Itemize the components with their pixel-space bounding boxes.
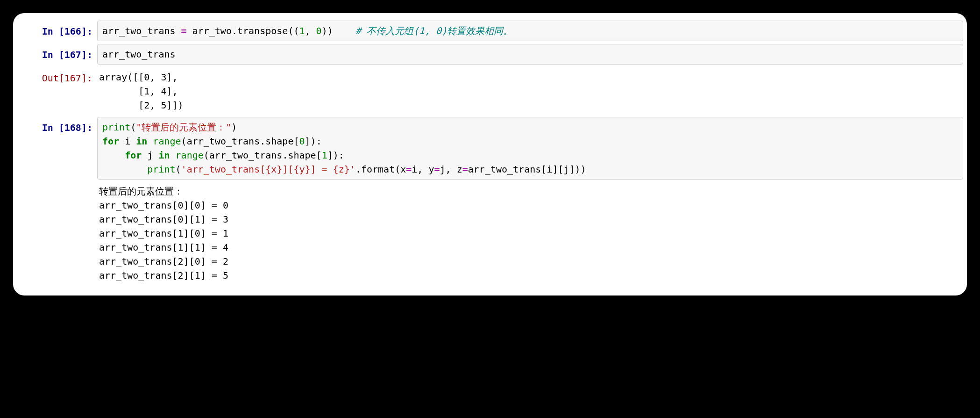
code-input-168[interactable]: print("转置后的元素位置：") for i in range(arr_tw…	[97, 117, 963, 180]
cell-in-166: In [166]: arr_two_trans = arr_two.transp…	[13, 21, 967, 42]
cell-in-167: In [167]: arr_two_trans	[13, 44, 967, 65]
cell-in-168: In [168]: print("转置后的元素位置：") for i in ra…	[13, 117, 967, 180]
code-input-166[interactable]: arr_two_trans = arr_two.transpose((1, 0)…	[97, 21, 963, 41]
prompt-in-166: In [166]:	[13, 21, 97, 42]
prompt-in-168: In [168]:	[13, 117, 97, 138]
cell-out-167: Out[167]: array([[0, 3], [1, 4], [2, 5]]…	[13, 67, 967, 115]
stdout-168: 转置后的元素位置： arr_two_trans[0][0] = 0 arr_tw…	[97, 181, 967, 285]
cell-stdout-168: 转置后的元素位置： arr_two_trans[0][0] = 0 arr_tw…	[13, 181, 967, 285]
code-input-167[interactable]: arr_two_trans	[97, 44, 963, 65]
prompt-blank-168	[13, 181, 97, 189]
notebook-frame: In [166]: arr_two_trans = arr_two.transp…	[13, 13, 967, 295]
output-167: array([[0, 3], [1, 4], [2, 5]])	[97, 67, 967, 115]
prompt-out-167: Out[167]:	[13, 67, 97, 89]
prompt-in-167: In [167]:	[13, 44, 97, 65]
